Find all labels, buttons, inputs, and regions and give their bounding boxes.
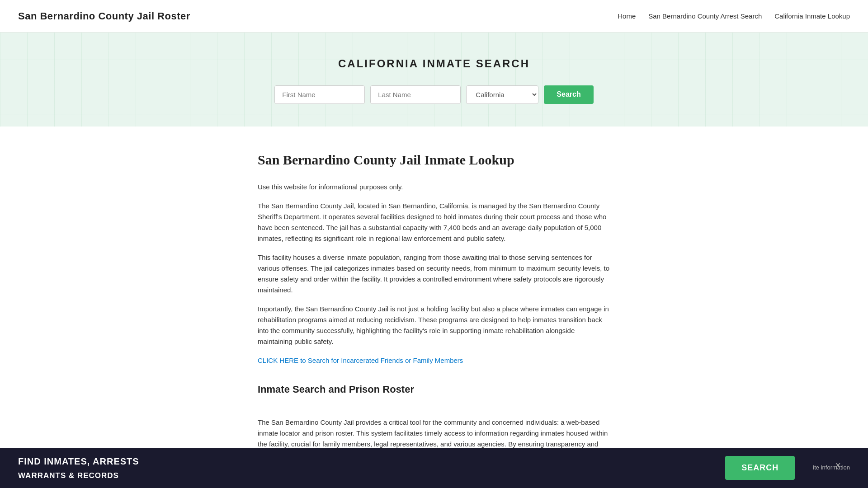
hero-section: CALIFORNIA INMATE SEARCH California Sear… <box>0 33 868 126</box>
state-select[interactable]: California <box>466 85 538 104</box>
para2: This facility houses a diverse inmate po… <box>258 252 610 296</box>
banner-line1: FIND INMATES, ARRESTS <box>18 454 139 469</box>
nav-arrest-search[interactable]: San Bernardino County Arrest Search <box>648 11 762 22</box>
nav-inmate-lookup[interactable]: California Inmate Lookup <box>774 11 850 22</box>
last-name-input[interactable] <box>370 85 461 104</box>
banner-footer-text: ite information <box>813 463 850 473</box>
site-logo: San Bernardino County Jail Roster <box>18 8 190 24</box>
bottom-banner: FIND INMATES, ARRESTS WARRANTS & RECORDS… <box>0 448 868 488</box>
search-button[interactable]: Search <box>544 85 593 104</box>
page-heading: San Bernardino County Jail Inmate Lookup <box>258 149 610 171</box>
para1: The San Bernardino County Jail, located … <box>258 201 610 244</box>
banner-close-button[interactable]: × <box>835 460 841 470</box>
hero-title: CALIFORNIA INMATE SEARCH <box>9 55 859 72</box>
section-heading: Inmate Search and Prison Roster <box>258 381 610 397</box>
search-form: California Search <box>9 85 859 104</box>
first-name-input[interactable] <box>274 85 365 104</box>
site-header: San Bernardino County Jail Roster Home S… <box>0 0 868 33</box>
main-content: San Bernardino County Jail Inmate Lookup… <box>249 149 619 488</box>
main-nav: Home San Bernardino County Arrest Search… <box>618 11 850 22</box>
banner-right: SEARCH ite information × <box>725 456 850 480</box>
para3: Importantly, the San Bernardino County J… <box>258 304 610 347</box>
intro-text: Use this website for informational purpo… <box>258 182 610 192</box>
nav-home[interactable]: Home <box>618 11 636 22</box>
cta-link[interactable]: CLICK HERE to Search for Incarcerated Fr… <box>258 357 463 364</box>
banner-text: FIND INMATES, ARRESTS WARRANTS & RECORDS <box>18 454 139 482</box>
banner-line2: WARRANTS & RECORDS <box>18 469 139 482</box>
banner-search-button[interactable]: SEARCH <box>725 456 795 480</box>
